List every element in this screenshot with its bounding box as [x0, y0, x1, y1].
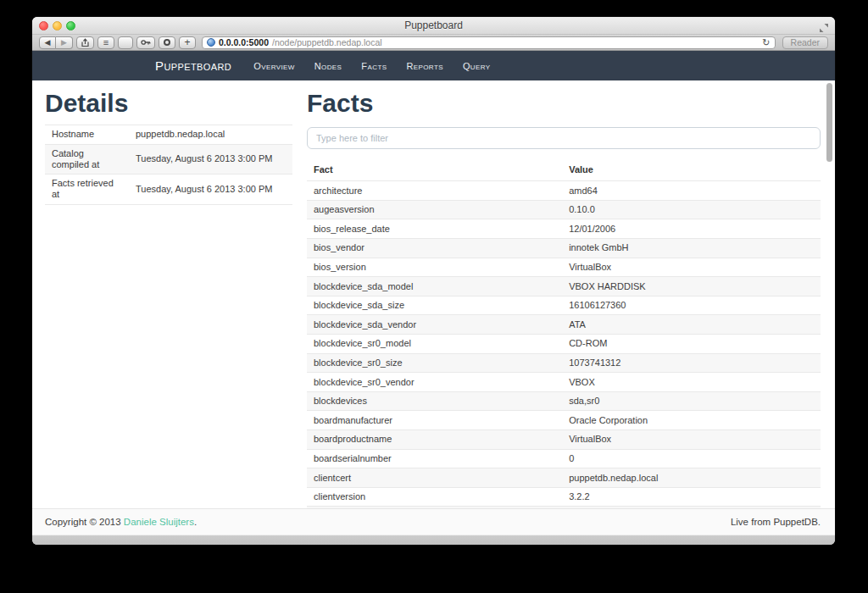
share-icon[interactable] — [76, 36, 94, 49]
copyright-prefix: Copyright © 2013 — [45, 517, 124, 527]
details-label: Facts retrieved at — [45, 175, 129, 205]
copyright-text: Copyright © 2013 Daniele Sluijters. — [45, 517, 197, 527]
fact-value: sda,sr0 — [562, 391, 821, 411]
fact-value: amd64 — [562, 181, 821, 201]
fact-value: 0.10.0 — [562, 200, 821, 219]
facts-header-row: Fact Value — [307, 161, 821, 181]
fact-row: blockdevice_sr0_vendor VBOX — [307, 373, 821, 392]
fact-value: 0 — [562, 449, 821, 468]
fact-value: puppetdb.nedap.local — [562, 468, 821, 488]
copyright-suffix: . — [194, 517, 197, 527]
facts-col-value: Value — [562, 161, 821, 181]
fact-value: VBOX HARDDISK — [562, 277, 821, 296]
fact-value: 12/01/2006 — [562, 219, 821, 239]
fact-value: CD-ROM — [562, 335, 821, 354]
reading-list-icon[interactable]: ≡ — [97, 36, 114, 49]
fact-row: domain nedap.local — [307, 507, 821, 508]
details-value: puppetdb.nedap.local — [129, 125, 292, 145]
fact-value: 16106127360 — [562, 296, 821, 315]
facts-filter-input[interactable] — [307, 127, 821, 149]
history-nav-group: ◀ ▶ — [39, 36, 73, 49]
details-label: Hostname — [45, 125, 129, 145]
fact-name: blockdevice_sr0_size — [307, 353, 562, 373]
details-label: Catalog compiled at — [45, 144, 129, 175]
fact-name: architecture — [307, 181, 562, 201]
back-icon[interactable]: ◀ — [39, 36, 56, 49]
url-path: /node/puppetdb.nedap.local — [272, 37, 382, 47]
details-value: Tuesday, August 6 2013 3:00 PM — [129, 175, 292, 205]
navbar-item[interactable]: Reports — [406, 61, 443, 71]
site-favicon-globe-icon — [207, 38, 215, 47]
key-icon[interactable] — [136, 36, 155, 49]
app-navbar: Puppetboard OverviewNodesFactsReportsQue… — [32, 51, 835, 80]
navbar-item[interactable]: Overview — [253, 61, 295, 71]
privacy-badge-icon[interactable] — [159, 36, 175, 49]
details-panel: Details Hostname puppetdb.nedap.local Ca… — [45, 80, 292, 508]
reader-button[interactable]: Reader — [782, 36, 828, 49]
fact-name: blockdevice_sr0_model — [307, 335, 562, 354]
fact-name: boardmanufacturer — [307, 411, 562, 430]
page-scrollbar[interactable] — [826, 83, 832, 162]
facts-table: Fact Value architecture amd64 augeasvers… — [307, 161, 821, 508]
facts-title: Facts — [307, 89, 821, 118]
fact-row: boardserialnumber 0 — [307, 449, 821, 468]
url-bar[interactable]: 0.0.0.0:5000/node/puppetdb.nedap.local ↻ — [202, 36, 776, 49]
fact-row: boardproductname VirtualBox — [307, 430, 821, 450]
details-table: Hostname puppetdb.nedap.local Catalog co… — [45, 125, 292, 205]
details-row: Facts retrieved at Tuesday, August 6 201… — [45, 175, 292, 205]
navbar-item[interactable]: Facts — [361, 61, 387, 71]
fact-name: blockdevice_sda_model — [307, 277, 562, 296]
fact-row: blockdevice_sr0_size 1073741312 — [307, 353, 821, 373]
fact-row: blockdevice_sr0_model CD-ROM — [307, 335, 821, 354]
new-tab-icon[interactable]: + — [179, 36, 196, 49]
navbar-item[interactable]: Nodes — [314, 61, 342, 71]
fact-value: 3.2.2 — [562, 487, 821, 507]
fact-row: blockdevice_sda_model VBOX HARDDISK — [307, 277, 821, 296]
app-footer: Copyright © 2013 Daniele Sluijters. Live… — [32, 508, 835, 535]
fact-value: nedap.local — [562, 507, 821, 508]
author-link[interactable]: Daniele Sluijters — [124, 517, 194, 527]
fact-name: blockdevice_sda_size — [307, 296, 562, 315]
details-row: Hostname puppetdb.nedap.local — [45, 125, 292, 145]
fact-name: boardserialnumber — [307, 449, 562, 468]
fact-row: architecture amd64 — [307, 181, 821, 201]
details-title: Details — [45, 89, 292, 118]
forward-icon[interactable]: ▶ — [56, 36, 73, 49]
blank-toolbar-button[interactable] — [118, 36, 133, 49]
fact-value: VBOX — [562, 373, 821, 392]
details-row: Catalog compiled at Tuesday, August 6 20… — [45, 144, 292, 175]
fact-value: innotek GmbH — [562, 239, 821, 258]
window-title: Puppetboard — [32, 19, 835, 31]
refresh-icon[interactable]: ↻ — [762, 37, 770, 48]
fact-row: bios_release_date 12/01/2006 — [307, 219, 821, 239]
browser-toolbar: ◀ ▶ ≡ + 0.0.0.0:5000/node/puppetdb.nedap… — [32, 35, 835, 51]
fact-row: bios_vendor innotek GmbH — [307, 239, 821, 258]
facts-col-fact: Fact — [307, 161, 562, 181]
fact-name: boardproductname — [307, 430, 562, 450]
fact-name: bios_version — [307, 258, 562, 277]
fact-value: VirtualBox — [562, 258, 821, 277]
fact-name: bios_release_date — [307, 219, 562, 239]
expand-corner-icon[interactable] — [820, 20, 828, 36]
list-glyph: ≡ — [103, 38, 108, 47]
fact-row: augeasversion 0.10.0 — [307, 200, 821, 219]
fact-row: clientversion 3.2.2 — [307, 487, 821, 507]
navbar-brand[interactable]: Puppetboard — [155, 58, 231, 73]
fact-value: ATA — [562, 315, 821, 335]
live-from-puppetdb-text: Live from PuppetDB. — [731, 517, 821, 527]
fact-name: domain — [307, 507, 562, 508]
fact-name: blockdevice_sr0_vendor — [307, 373, 562, 392]
fact-name: blockdevices — [307, 391, 562, 411]
fact-row: blockdevice_sda_vendor ATA — [307, 315, 821, 335]
navbar-item[interactable]: Query — [463, 61, 491, 71]
fact-name: bios_vendor — [307, 239, 562, 258]
fact-name: clientversion — [307, 487, 562, 507]
fact-row: bios_version VirtualBox — [307, 258, 821, 277]
fact-row: clientcert puppetdb.nedap.local — [307, 468, 821, 488]
url-host: 0.0.0.0:5000 — [219, 37, 269, 47]
fact-row: blockdevices sda,sr0 — [307, 391, 821, 411]
fact-value: VirtualBox — [562, 430, 821, 450]
facts-panel: Facts Fact Value architecture amd64 — [307, 80, 821, 508]
fact-name: clientcert — [307, 468, 562, 488]
main-content: Details Hostname puppetdb.nedap.local Ca… — [32, 80, 835, 508]
